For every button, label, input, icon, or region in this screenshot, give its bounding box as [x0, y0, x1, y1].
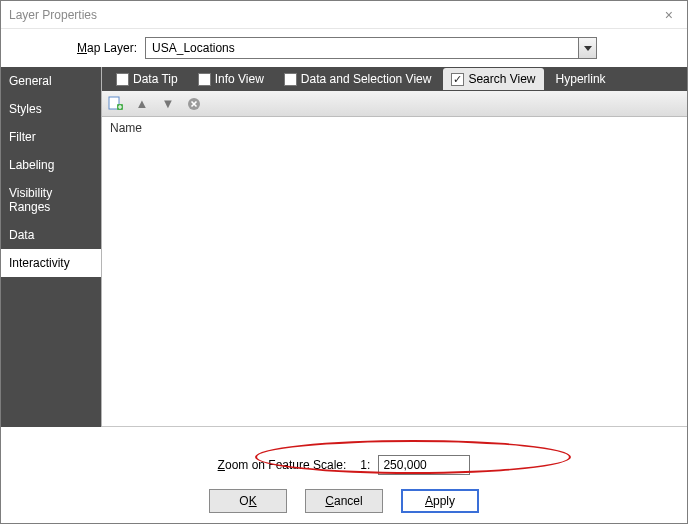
titlebar: Layer Properties × — [1, 1, 687, 29]
sidebar-item-filter[interactable]: Filter — [1, 123, 101, 151]
bottom-area: Zoom on Feature Scale: 1: OK Cancel Appl… — [1, 427, 687, 523]
add-icon[interactable] — [108, 96, 124, 112]
tab-data-selection-view[interactable]: Data and Selection View — [276, 68, 440, 90]
zoom-ratio-prefix: 1: — [360, 458, 370, 472]
checkbox-info-view[interactable] — [198, 73, 211, 86]
tabstrip: Data Tip Info View Data and Selection Vi… — [102, 67, 687, 91]
zoom-label: Zoom on Feature Scale: — [218, 458, 347, 472]
sidebar-item-labeling[interactable]: Labeling — [1, 151, 101, 179]
window-title: Layer Properties — [9, 8, 97, 22]
list-column-header: Name — [102, 117, 687, 139]
ok-button[interactable]: OK — [209, 489, 287, 513]
dialog-buttons: OK Cancel Apply — [1, 489, 687, 523]
map-layer-row: Map Layer: USA_Locations — [1, 29, 687, 67]
delete-icon[interactable] — [186, 96, 202, 112]
zoom-scale-input[interactable] — [378, 455, 470, 475]
sidebar-item-interactivity[interactable]: Interactivity — [1, 249, 101, 277]
checkbox-search-view[interactable] — [451, 73, 464, 86]
tab-hyperlink[interactable]: Hyperlink — [548, 68, 614, 90]
checkbox-data-tip[interactable] — [116, 73, 129, 86]
arrow-up-icon[interactable]: ▲ — [134, 96, 150, 112]
map-layer-value: USA_Locations — [146, 41, 578, 55]
sidebar-item-general[interactable]: General — [1, 67, 101, 95]
arrow-down-icon[interactable]: ▼ — [160, 96, 176, 112]
sidebar-item-styles[interactable]: Styles — [1, 95, 101, 123]
list-toolbar: ▲ ▼ — [102, 91, 687, 117]
zoom-row: Zoom on Feature Scale: 1: — [1, 451, 687, 489]
main-panel: Data Tip Info View Data and Selection Vi… — [101, 67, 687, 427]
apply-button[interactable]: Apply — [401, 489, 479, 513]
map-layer-combo[interactable]: USA_Locations — [145, 37, 597, 59]
sidebar-item-data[interactable]: Data — [1, 221, 101, 249]
sidebar-item-visibility-ranges[interactable]: Visibility Ranges — [1, 179, 101, 221]
cancel-button[interactable]: Cancel — [305, 489, 383, 513]
sidebar: General Styles Filter Labeling Visibilit… — [1, 67, 101, 427]
tab-info-view[interactable]: Info View — [190, 68, 272, 90]
close-icon[interactable]: × — [659, 7, 679, 23]
map-layer-label: Map Layer: — [77, 41, 137, 55]
list-area[interactable]: Name — [102, 117, 687, 427]
tab-search-view[interactable]: Search View — [443, 68, 543, 90]
tab-data-tip[interactable]: Data Tip — [108, 68, 186, 90]
checkbox-data-selection-view[interactable] — [284, 73, 297, 86]
chevron-down-icon[interactable] — [578, 38, 596, 58]
